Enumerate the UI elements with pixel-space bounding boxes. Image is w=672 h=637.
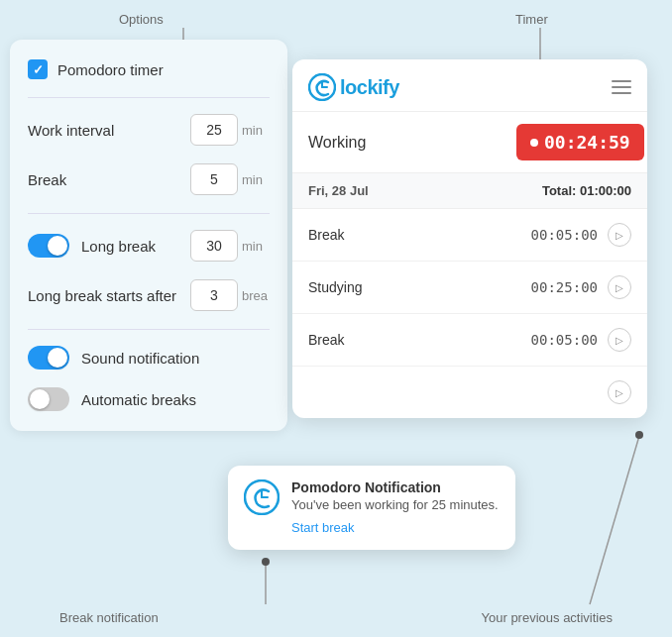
timer-value: 00:24:59	[544, 132, 630, 153]
total-value: 01:00:00	[580, 183, 631, 198]
notification-title: Pomodoro Notification	[291, 479, 500, 495]
clockify-name: lockify	[340, 76, 399, 99]
play-button-3[interactable]: ▷	[608, 380, 631, 404]
activity-time-0: 00:05:00	[531, 227, 598, 243]
pomodoro-checkbox[interactable]	[28, 59, 48, 79]
clockify-header: lockify	[292, 59, 647, 112]
last-row: ▷	[292, 367, 647, 418]
work-interval-unit: min	[242, 123, 270, 138]
break-notification-label: Break notification	[59, 610, 159, 625]
play-button-0[interactable]: ▷	[608, 223, 631, 247]
svg-line-6	[590, 436, 639, 604]
svg-point-7	[635, 431, 643, 439]
break-input[interactable]	[190, 163, 238, 195]
notification-icon	[244, 479, 280, 515]
date-total: Total: 01:00:00	[542, 183, 631, 198]
long-break-knob	[48, 236, 67, 256]
long-break-toggle[interactable]	[28, 234, 69, 258]
activity-right-0: 00:05:00 ▷	[531, 223, 631, 247]
activity-right-3: ▷	[598, 380, 631, 404]
activity-name-1: Studying	[308, 279, 362, 295]
activity-row-2: Break 00:05:00 ▷	[292, 314, 647, 367]
long-break-input[interactable]	[190, 230, 238, 262]
long-break-after-label: Long break starts after	[28, 287, 190, 304]
timer-display: 00:24:59	[516, 124, 644, 160]
play-button-2[interactable]: ▷	[608, 328, 631, 352]
date-row: Fri, 28 Jul Total: 01:00:00	[292, 173, 647, 209]
work-interval-label: Work interval	[28, 122, 190, 139]
hamburger-line-3	[612, 92, 631, 94]
long-break-label: Long break	[81, 238, 190, 255]
automatic-breaks-toggle[interactable]	[28, 387, 69, 411]
timer-panel: lockify 00:24:59 Fri, 28 Jul Total: 01:0…	[292, 59, 647, 418]
sound-notification-row: Sound notification	[28, 346, 270, 370]
total-label: Total:	[542, 183, 576, 198]
start-break-link[interactable]: Start break	[291, 520, 355, 535]
timer-label: Timer	[515, 12, 548, 27]
work-interval-row: Work interval min	[28, 114, 270, 146]
activity-right-1: 00:25:00 ▷	[531, 275, 631, 299]
date-label: Fri, 28 Jul	[308, 183, 369, 198]
main-container: Options Timer Pomodoro timer Work interv…	[0, 0, 672, 637]
notification-content: Pomodoro Notification You've been workin…	[291, 479, 500, 536]
options-label: Options	[119, 12, 164, 27]
timer-dot	[530, 139, 538, 147]
sound-notification-toggle[interactable]	[28, 346, 69, 370]
long-break-after-input[interactable]	[190, 279, 238, 311]
activity-time-2: 00:05:00	[531, 332, 598, 348]
automatic-breaks-label: Automatic breaks	[81, 391, 270, 408]
pomodoro-label: Pomodoro timer	[57, 61, 270, 78]
long-break-unit: min	[242, 239, 270, 254]
hamburger-line-1	[612, 80, 631, 82]
sound-notification-knob	[48, 348, 67, 368]
hamburger-line-2	[612, 86, 631, 88]
activity-name-2: Break	[308, 332, 345, 348]
sound-notification-label: Sound notification	[81, 350, 270, 367]
notification-popup: Pomodoro Notification You've been workin…	[228, 466, 515, 550]
clockify-notif-icon	[244, 479, 280, 515]
pomodoro-timer-row: Pomodoro timer	[28, 59, 270, 79]
long-break-after-unit: brea	[242, 288, 270, 303]
activity-row-0: Break 00:05:00 ▷	[292, 209, 647, 262]
break-row: Break min	[28, 163, 270, 195]
notification-body: You've been working for 25 minutes.	[291, 497, 500, 512]
divider-3	[28, 329, 270, 330]
timer-row: 00:24:59	[292, 112, 647, 173]
automatic-breaks-row: Automatic breaks	[28, 387, 270, 411]
activity-time-1: 00:25:00	[531, 279, 598, 295]
options-panel: Pomodoro timer Work interval min Break m…	[10, 40, 287, 431]
previous-activities-label: Your previous activities	[482, 610, 613, 625]
break-label: Break	[28, 171, 190, 188]
automatic-breaks-knob	[30, 389, 50, 409]
activity-name-0: Break	[308, 227, 345, 243]
divider-2	[28, 213, 270, 214]
long-break-row: Long break min	[28, 230, 270, 262]
divider-1	[28, 97, 270, 98]
bottom-labels: Break notification Your previous activit…	[0, 610, 672, 625]
svg-point-5	[262, 558, 270, 566]
working-input[interactable]	[308, 134, 506, 152]
hamburger-button[interactable]	[612, 80, 631, 94]
activity-row-1: Studying 00:25:00 ▷	[292, 262, 647, 314]
long-break-after-row: Long break starts after brea	[28, 279, 270, 311]
activity-right-2: 00:05:00 ▷	[531, 328, 631, 352]
clockify-logo: lockify	[308, 73, 399, 101]
break-unit: min	[242, 172, 270, 187]
play-button-1[interactable]: ▷	[608, 275, 631, 299]
clockify-icon	[308, 73, 336, 101]
work-interval-input[interactable]	[190, 114, 238, 146]
